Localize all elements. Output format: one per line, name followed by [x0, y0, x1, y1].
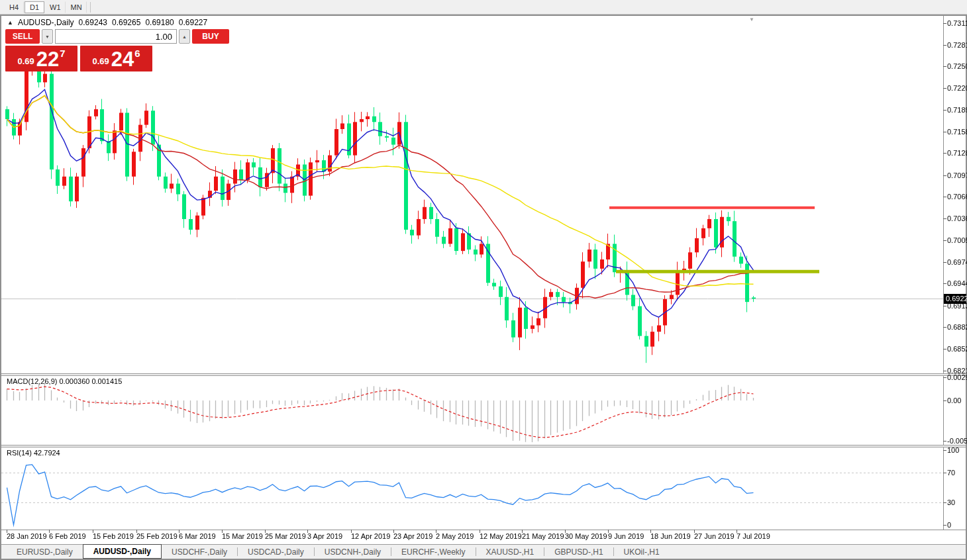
time-axis-label: 18 Jun 2019 — [650, 532, 691, 540]
buy-price-sup: 6 — [134, 48, 140, 59]
chart-tab-bar: EURUSD-,DailyAUDUSD-,DailyUSDCHF-,DailyU… — [1, 544, 966, 559]
time-axis-label: 25 Feb 2019 — [136, 532, 178, 540]
chart-tab-eurusd-daily[interactable]: EURUSD-,Daily — [7, 545, 83, 559]
ohlc-close: 0.69227 — [179, 18, 207, 27]
rsi-axis-label: 70 — [947, 469, 955, 477]
chart-title: AUDUSD-,Daily — [18, 18, 74, 27]
time-axis-label: 30 May 2019 — [565, 532, 607, 540]
pane-separator[interactable] — [1, 373, 966, 376]
rsi-label: RSI(14) 42.7924 — [7, 449, 60, 457]
time-axis-label: 6 Feb 2019 — [49, 532, 86, 540]
price-axis-label: 0.69440 — [947, 279, 967, 287]
rsi-axis-label: 100 — [947, 446, 959, 454]
macd-axis-label: -0.00525 — [947, 437, 967, 445]
toolbar-separator — [90, 2, 91, 13]
price-axis-label: 0.68520 — [947, 345, 967, 353]
time-axis-label: 28 Jan 2019 — [7, 532, 47, 540]
time-axis-label: 21 May 2019 — [522, 532, 564, 540]
volume-input[interactable] — [55, 29, 177, 44]
chart-shift-marker-icon[interactable]: ▼ — [749, 17, 754, 23]
price-axis-label: 0.71585 — [947, 128, 967, 136]
chart-tab-usdcnh-daily[interactable]: USDCNH-,Daily — [315, 545, 391, 559]
current-price-tag: 0.69227 — [944, 294, 966, 304]
chart-client-area: ▲ AUDUSD-,Daily 0.69243 0.69265 0.69180 … — [1, 16, 966, 559]
time-axis-label: 9 Jun 2019 — [608, 532, 644, 540]
collapse-arrow-icon[interactable]: ▲ — [7, 19, 13, 26]
price-axis-label: 0.70360 — [947, 214, 967, 222]
chart-tab-usdcad-daily[interactable]: USDCAD-,Daily — [238, 545, 314, 559]
time-axis-label: 3 Apr 2019 — [307, 532, 342, 540]
time-axis-label: 6 Mar 2019 — [179, 532, 216, 540]
volume-increase-button[interactable]: ▲ — [179, 29, 190, 44]
time-axis-label: 23 Apr 2019 — [393, 532, 433, 540]
sell-button[interactable]: SELL — [5, 29, 40, 44]
buy-price-big: 24 — [111, 50, 134, 70]
price-axis-label: 0.70665 — [947, 193, 967, 201]
ohlc-high: 0.69265 — [112, 18, 140, 27]
buy-button[interactable]: BUY — [192, 29, 229, 44]
timeframe-button-w1[interactable]: W1 — [45, 1, 66, 13]
sell-price-prefix: 0.69 — [17, 56, 34, 66]
ohlc-low: 0.69180 — [145, 18, 174, 27]
price-axis-label: 0.72810 — [947, 41, 967, 49]
time-axis-label: 15 Feb 2019 — [93, 532, 134, 540]
price-axis-label: 0.73115 — [947, 19, 967, 27]
timeframe-toolbar: H4D1W1MN — [0, 0, 967, 15]
chart-header: ▲ AUDUSD-,Daily 0.69243 0.69265 0.69180 … — [7, 18, 207, 27]
sell-price-big: 22 — [36, 50, 59, 70]
time-axis[interactable]: 28 Jan 20196 Feb 201915 Feb 201925 Feb 2… — [1, 530, 943, 542]
time-axis-label: 27 Jun 2019 — [694, 532, 735, 540]
time-axis-label: 25 Mar 2019 — [265, 532, 306, 540]
rsi-axis-label: 30 — [947, 498, 955, 506]
price-axis-label: 0.70050 — [947, 236, 967, 244]
price-axis-label: 0.68825 — [947, 323, 967, 331]
price-axis-label: 0.70970 — [947, 171, 967, 179]
price-axis-label: 0.72505 — [947, 62, 967, 70]
sell-price-box[interactable]: 0.69 22 7 — [5, 46, 77, 71]
pane-separator[interactable] — [1, 445, 966, 447]
buy-price-prefix: 0.69 — [92, 56, 109, 66]
time-axis-label: 15 Mar 2019 — [222, 532, 263, 540]
chart-window: ▲ AUDUSD-,Daily 0.69243 0.69265 0.69180 … — [0, 15, 967, 560]
price-axis-label: 0.72200 — [947, 84, 967, 92]
timeframe-button-mn[interactable]: MN — [66, 1, 87, 13]
time-axis-label: 12 Apr 2019 — [351, 532, 390, 540]
chart-tab-xauusd-h1[interactable]: XAUUSD-,H1 — [476, 545, 544, 559]
buy-price-box[interactable]: 0.69 24 6 — [80, 46, 152, 71]
volume-decrease-button[interactable]: ▼ — [42, 29, 53, 44]
chart-tab-audusd-daily[interactable]: AUDUSD-,Daily — [83, 544, 162, 559]
price-chart-canvas[interactable] — [1, 16, 966, 544]
macd-axis-label: 0.00 — [947, 397, 961, 404]
chart-tab-eurchf-weekly[interactable]: EURCHF-,Weekly — [391, 545, 475, 559]
ohlc-open: 0.69243 — [79, 18, 107, 27]
chart-tab-ukoil-h1[interactable]: UKOil-,H1 — [614, 545, 670, 559]
time-axis-label: 12 May 2019 — [480, 532, 522, 540]
price-axis-label: 0.71890 — [947, 106, 967, 114]
macd-axis-label: 0.002984 — [947, 373, 967, 381]
chart-tab-gbpusd-h1[interactable]: GBPUSD-,H1 — [544, 545, 613, 559]
macd-label: MACD(12,26,9) 0.000360 0.001415 — [7, 377, 122, 385]
one-click-trade-panel: SELL ▼ ▲ BUY 0.69 22 7 0.69 24 6 — [5, 29, 152, 71]
sell-price-sup: 7 — [60, 48, 65, 59]
chart-tab-usdchf-daily[interactable]: USDCHF-,Daily — [162, 545, 237, 559]
time-axis-label: 7 Jul 2019 — [737, 532, 770, 540]
price-axis-label: 0.71280 — [947, 149, 967, 157]
timeframe-button-d1[interactable]: D1 — [25, 1, 44, 13]
timeframe-button-h4[interactable]: H4 — [4, 1, 24, 13]
rsi-axis-label: 0 — [947, 521, 951, 529]
price-axis-label: 0.69745 — [947, 258, 967, 266]
time-axis-label: 2 May 2019 — [436, 532, 474, 540]
